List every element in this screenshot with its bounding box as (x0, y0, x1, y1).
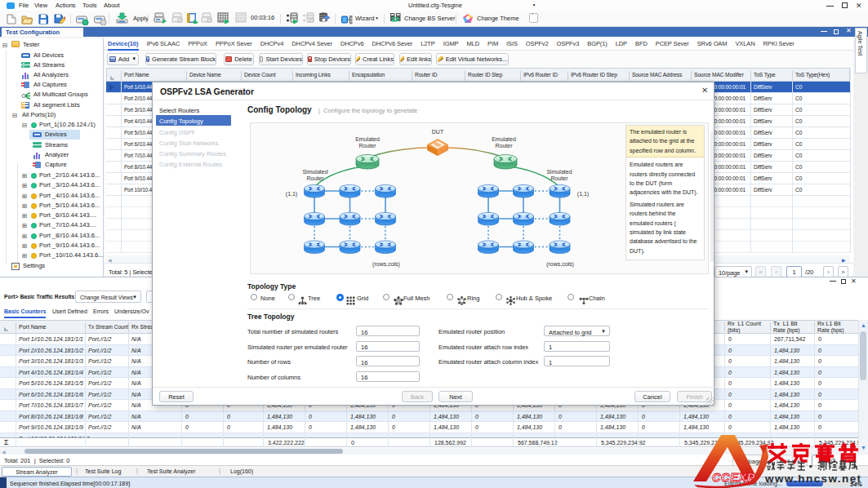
svg-text:(1,1): (1,1) (577, 191, 589, 197)
svg-text:(rows,cols): (rows,cols) (546, 261, 574, 268)
svg-text:DUT: DUT (432, 129, 444, 135)
svg-text:Router: Router (358, 143, 376, 149)
svg-text:Emulated: Emulated (492, 136, 516, 142)
svg-text:Emulated: Emulated (355, 136, 380, 142)
svg-text:Simulated: Simulated (546, 169, 572, 175)
svg-text:Simulated: Simulated (302, 169, 327, 175)
svg-text:(1,1): (1,1) (286, 191, 297, 197)
svg-text:Router: Router (306, 175, 324, 181)
svg-text:(rows,cols): (rows,cols) (372, 261, 400, 268)
svg-text:Router: Router (550, 175, 568, 181)
svg-text:Router: Router (495, 143, 513, 149)
